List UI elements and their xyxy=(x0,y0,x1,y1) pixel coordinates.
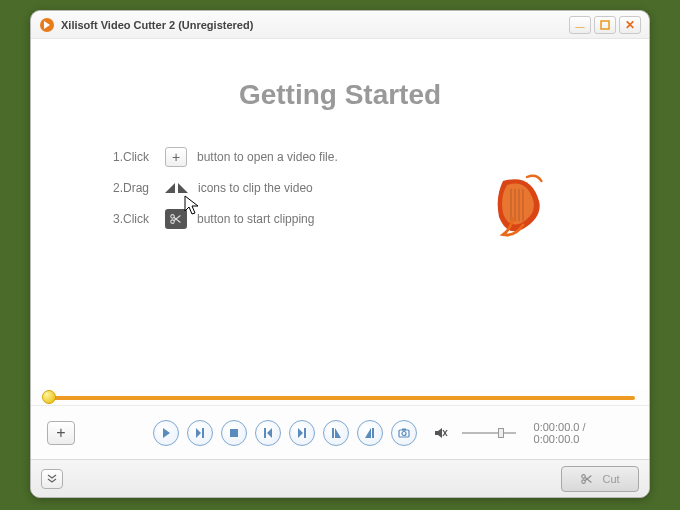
svg-rect-14 xyxy=(402,428,406,430)
step-1-lead: 1.Click xyxy=(113,150,155,164)
svg-rect-9 xyxy=(304,428,306,438)
step-3-lead: 3.Click xyxy=(113,212,155,226)
window-title: Xilisoft Video Cutter 2 (Unregistered) xyxy=(61,19,566,31)
svg-rect-10 xyxy=(332,428,334,438)
cut-button-label: Cut xyxy=(602,473,619,485)
volume-track xyxy=(462,432,515,434)
step-3-tail: button to start clipping xyxy=(197,212,314,226)
next-frame-button[interactable] xyxy=(289,420,315,446)
step-1: 1.Click + button to open a video file. xyxy=(113,147,625,167)
scissors-icon xyxy=(580,472,594,486)
step-2-lead: 2.Drag xyxy=(113,181,155,195)
marker-left-icon xyxy=(165,183,175,193)
controls-bar: + xyxy=(31,405,649,459)
playback-buttons xyxy=(153,420,417,446)
svg-rect-7 xyxy=(230,429,238,437)
plus-icon-inline: + xyxy=(165,147,187,167)
svg-rect-6 xyxy=(202,428,204,438)
app-window: Xilisoft Video Cutter 2 (Unregistered) _… xyxy=(30,10,650,498)
timeline-playhead[interactable] xyxy=(42,390,56,404)
maximize-button[interactable] xyxy=(594,16,616,34)
timeline[interactable] xyxy=(45,389,635,405)
app-icon xyxy=(39,17,55,33)
mute-button[interactable] xyxy=(433,424,451,442)
chevron-down-double-icon xyxy=(46,473,58,485)
marker-right-icon xyxy=(178,183,188,193)
play-button[interactable] xyxy=(153,420,179,446)
timecode: 0:00:00.0 / 0:00:00.0 xyxy=(534,421,633,445)
prev-frame-button[interactable] xyxy=(255,420,281,446)
time-total: 0:00:00.0 xyxy=(534,433,580,445)
step-1-tail: button to open a video file. xyxy=(197,150,338,164)
titlebar: Xilisoft Video Cutter 2 (Unregistered) _… xyxy=(31,11,649,39)
marker-icons xyxy=(165,183,188,193)
step-2-tail: icons to clip the video xyxy=(198,181,313,195)
minimize-button[interactable]: _ xyxy=(569,16,591,34)
svg-rect-1 xyxy=(601,21,609,29)
time-sep: / xyxy=(579,421,585,433)
set-start-button[interactable] xyxy=(323,420,349,446)
timeline-track xyxy=(45,396,635,400)
main-panel: Getting Started 1.Click + button to open… xyxy=(31,39,649,389)
app-logo-graphic xyxy=(479,169,559,252)
scissors-icon-inline xyxy=(165,209,187,229)
volume-thumb[interactable] xyxy=(498,428,504,438)
set-end-button[interactable] xyxy=(357,420,383,446)
volume-slider[interactable] xyxy=(462,426,515,440)
cut-button[interactable]: Cut xyxy=(561,466,639,492)
svg-point-13 xyxy=(402,431,406,435)
open-file-button[interactable]: + xyxy=(47,421,75,445)
svg-rect-11 xyxy=(372,428,374,438)
close-button[interactable]: ✕ xyxy=(619,16,641,34)
stop-button[interactable] xyxy=(221,420,247,446)
expand-button[interactable] xyxy=(41,469,63,489)
time-current: 0:00:00.0 xyxy=(534,421,580,433)
page-title: Getting Started xyxy=(55,79,625,111)
snapshot-button[interactable] xyxy=(391,420,417,446)
next-button[interactable] xyxy=(187,420,213,446)
footer-bar: Cut xyxy=(31,459,649,497)
svg-rect-8 xyxy=(264,428,266,438)
